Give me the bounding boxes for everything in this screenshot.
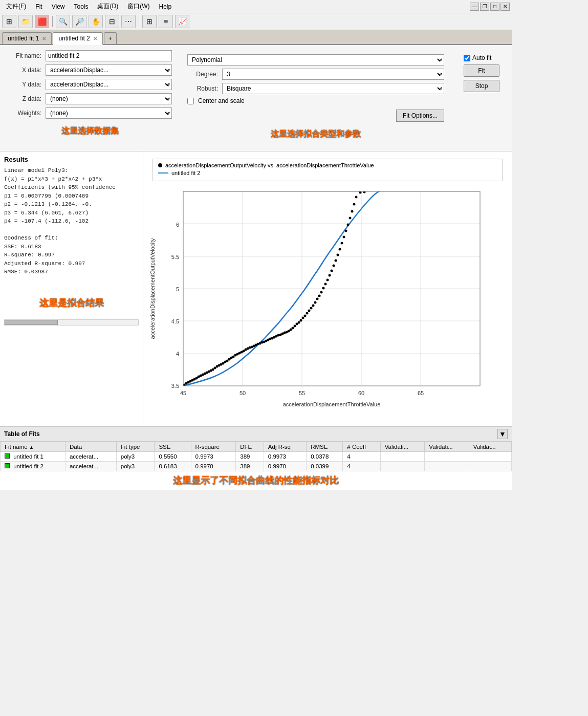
result-line-12: RMSE: 0.03987 [4, 268, 139, 276]
col-sse[interactable]: SSE [155, 442, 191, 452]
svg-point-44 [222, 362, 225, 365]
menu-view[interactable]: View [48, 2, 69, 11]
annotation-left: 这里选择数据集 [61, 126, 119, 137]
toolbar-select[interactable]: ⊟ [105, 15, 119, 28]
col-rmse[interactable]: RMSE [307, 442, 343, 452]
robust-label: Robust: [187, 85, 218, 92]
annotation-right: 这里选择拟合类型和参数 [271, 129, 361, 140]
col-fit-name[interactable]: Fit name ▲ [1, 442, 66, 452]
col-r-square[interactable]: R-square [191, 442, 236, 452]
toolbar-sep-2 [139, 16, 139, 27]
col-adj-r-sq[interactable]: Adj R-sq [264, 442, 306, 452]
robust-wrapper: Bisquare [222, 83, 444, 94]
svg-point-87 [310, 307, 313, 310]
legend-scatter: accelerationDisplacementOutputVelocity v… [158, 162, 497, 168]
toolbar-list[interactable]: ≡ [159, 15, 173, 28]
svg-point-106 [349, 217, 352, 220]
fit-name-input[interactable] [46, 50, 172, 61]
row2-n-coeff: 4 [343, 462, 380, 471]
robust-select[interactable]: Bisquare [222, 83, 444, 94]
form-middle: Polynomial Degree: 3 Robust: Bisquare Ce… [182, 50, 449, 146]
table-row: untitled fit 2 accelerat... poly3 0.6183… [1, 462, 512, 471]
svg-point-85 [306, 312, 309, 315]
svg-point-47 [228, 358, 231, 361]
menu-tools[interactable]: Tools [70, 2, 92, 11]
table-title: Table of Fits [4, 430, 40, 438]
auto-fit-row: Auto fit [464, 54, 491, 61]
toolbar-grid[interactable]: ⊞ [142, 15, 157, 28]
form-right: Auto fit Fit Stop [460, 50, 504, 146]
menubar: 文件(F) Fit View Tools 桌面(D) 窗口(W) Help — … [0, 0, 512, 13]
auto-fit-checkbox[interactable] [464, 55, 470, 61]
svg-point-95 [326, 279, 329, 281]
toolbar-chart[interactable]: 📈 [175, 15, 189, 28]
fit-type-select[interactable]: Polynomial [187, 54, 444, 66]
z-data-select[interactable]: (none) [46, 93, 172, 104]
fit-type-row: Polynomial [187, 54, 444, 66]
svg-point-82 [300, 319, 302, 322]
window-restore[interactable]: ❐ [480, 3, 489, 11]
svg-point-92 [320, 291, 323, 294]
col-val-1[interactable]: Validati... [380, 442, 425, 452]
tab-untitled-fit-1[interactable]: untitled fit 1 ✕ [2, 32, 52, 44]
y-data-select-wrapper: accelerationDisplac... [46, 79, 172, 90]
window-close[interactable]: ✕ [500, 3, 510, 11]
col-data[interactable]: Data [65, 442, 116, 452]
svg-point-90 [316, 298, 319, 300]
chart-wrapper: accelerationDisplacementOutputVelocity v… [147, 156, 508, 422]
result-line-10: R-square: 0.997 [4, 251, 139, 259]
row2-fit-type: poly3 [116, 462, 155, 471]
window-maximize[interactable]: □ [490, 3, 499, 11]
row1-fit-name: untitled fit 1 [1, 452, 66, 462]
col-val-3[interactable]: Validat... [469, 442, 511, 452]
result-line-4: p1 = 0.0007795 (0.0007489 [4, 192, 139, 201]
svg-point-98 [333, 265, 335, 267]
x-data-select-wrapper: accelerationDisplac... [46, 64, 172, 76]
menu-window[interactable]: 窗口(W) [123, 1, 154, 12]
center-scale-label: Center and scale [198, 97, 245, 104]
scrollbar-thumb[interactable] [5, 320, 58, 325]
weights-select[interactable]: (none) [46, 107, 172, 119]
fit-options-button[interactable]: Fit Options... [396, 110, 444, 122]
toolbar-color[interactable]: 🟥 [35, 15, 49, 28]
stop-button[interactable]: Stop [464, 80, 499, 92]
menu-help[interactable]: Help [155, 2, 176, 11]
toolbar-zoom-out[interactable]: 🔎 [72, 15, 86, 28]
table-header: Table of Fits ▼ [0, 427, 512, 442]
toolbar-more[interactable]: ⋯ [121, 15, 136, 28]
legend-line-indicator [158, 172, 168, 173]
chart-svg: 45 50 55 60 65 3.5 4 4.5 5 5.5 6 acceler… [147, 156, 508, 422]
menu-fit[interactable]: Fit [31, 2, 46, 11]
toolbar-new[interactable]: ⊞ [2, 15, 16, 28]
toolbar-zoom-in[interactable]: 🔍 [56, 15, 70, 28]
row1-val3 [469, 452, 511, 462]
auto-fit-label: Auto fit [472, 54, 491, 61]
tab-untitled-fit-2[interactable]: untitled fit 2 ✕ [53, 32, 102, 45]
svg-point-88 [312, 305, 315, 307]
table-collapse-icon[interactable]: ▼ [497, 429, 508, 439]
center-scale-checkbox[interactable] [187, 98, 194, 104]
svg-point-77 [290, 329, 292, 331]
col-val-2[interactable]: Validati... [425, 442, 469, 452]
toolbar-open[interactable]: 📁 [18, 15, 33, 28]
tab-2-label: untitled fit 2 [58, 35, 90, 42]
toolbar-pan[interactable]: ✋ [89, 15, 103, 28]
menu-desktop[interactable]: 桌面(D) [93, 1, 122, 12]
col-n-coeff[interactable]: # Coeff [343, 442, 380, 452]
chart-legend: accelerationDisplacementOutputVelocity v… [153, 159, 503, 181]
x-data-select[interactable]: accelerationDisplac... [46, 64, 172, 76]
tabs-bar: untitled fit 1 ✕ untitled fit 2 ✕ + [0, 30, 512, 45]
y-data-select[interactable]: accelerationDisplac... [46, 79, 172, 90]
menu-file[interactable]: 文件(F) [2, 1, 30, 12]
tab-add[interactable]: + [104, 32, 117, 44]
fit-button[interactable]: Fit [464, 64, 499, 77]
results-scrollbar[interactable] [4, 319, 139, 326]
tab-1-close[interactable]: ✕ [42, 36, 46, 41]
fit-name-row: Fit name: [8, 50, 172, 61]
window-minimize[interactable]: — [470, 3, 479, 11]
col-dfe[interactable]: DFE [236, 442, 264, 452]
table-annotation: 这里显示了不同拟合曲线的性能指标对比 [0, 471, 512, 490]
tab-2-close[interactable]: ✕ [93, 36, 97, 41]
col-fit-type[interactable]: Fit type [116, 442, 155, 452]
degree-select[interactable]: 3 [222, 69, 444, 80]
